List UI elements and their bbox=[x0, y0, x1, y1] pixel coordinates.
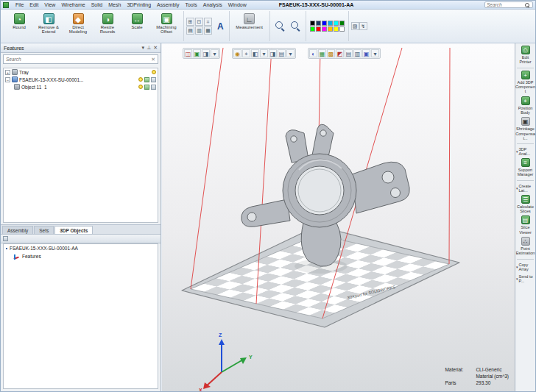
tree-item-object[interactable]: Object 11_1 bbox=[4, 83, 158, 90]
color-swatch[interactable] bbox=[334, 26, 339, 32]
lock-state-icon[interactable] bbox=[151, 85, 156, 90]
filter-icon[interactable] bbox=[3, 236, 8, 241]
expand-icon[interactable]: + bbox=[5, 70, 10, 75]
tab-sets[interactable]: Sets bbox=[34, 226, 54, 234]
global-search-box[interactable] bbox=[484, 1, 533, 8]
chevron-down-icon[interactable]: ▾ bbox=[371, 49, 379, 57]
mesh-display-icon[interactable]: ▦ bbox=[204, 26, 212, 35]
menu-3dprinting[interactable]: 3DPrinting bbox=[124, 2, 154, 7]
tree-item-part[interactable]: − FSAEUK-15-XXX-SU-00001... bbox=[4, 76, 158, 83]
select-mode-icon[interactable]: ▣ bbox=[193, 49, 201, 57]
paint-icon[interactable]: ▨ bbox=[351, 22, 359, 30]
viewport-3d[interactable]: 3DXpert for SOLIDWORKS bbox=[162, 43, 516, 391]
menu-mesh[interactable]: Mesh bbox=[105, 2, 124, 7]
object-features-item[interactable]: Features bbox=[4, 252, 158, 260]
note-icon[interactable]: ⊡ bbox=[195, 18, 203, 26]
panel-menu-icon[interactable]: ▾ bbox=[142, 45, 145, 51]
sidebar-item-position-body[interactable]: ⌖ Position Body bbox=[515, 96, 535, 117]
object-root-item[interactable]: FSAEUK-15-XXX-SU-00001-AA bbox=[4, 244, 158, 252]
target-icon[interactable]: ⌖ bbox=[242, 49, 250, 57]
menu-wireframe[interactable]: Wireframe bbox=[58, 2, 88, 7]
tab-assembly[interactable]: Assembly bbox=[2, 226, 33, 234]
remove-extend-button[interactable]: ◧ Remove & Extend bbox=[34, 12, 63, 41]
sidebar-group-copy-array[interactable]: Copy Array bbox=[515, 261, 535, 273]
tree-item-tray[interactable]: + Tray bbox=[4, 68, 158, 76]
display-mode-icon[interactable] bbox=[144, 85, 149, 90]
chevron-down-icon[interactable]: ▾ bbox=[211, 49, 219, 57]
color-swatch[interactable] bbox=[316, 21, 321, 26]
scale-button[interactable]: ↔ Scale bbox=[122, 12, 152, 41]
zoom-in-icon[interactable] bbox=[274, 20, 286, 32]
arrow-tool-icon[interactable]: ↯ bbox=[359, 22, 367, 30]
menu-file[interactable]: File bbox=[13, 2, 27, 7]
select-box-icon[interactable]: ◨ bbox=[202, 49, 210, 57]
edges-toggle-icon[interactable]: ▥ bbox=[353, 49, 362, 57]
features-search-input[interactable] bbox=[6, 57, 151, 62]
resize-rounds-button[interactable]: ◑ Resize Rounds bbox=[93, 12, 122, 41]
shade-mode-icon[interactable]: ◧ bbox=[251, 49, 259, 57]
menu-edit[interactable]: Edit bbox=[27, 2, 41, 7]
machining-offset-button[interactable]: ▣ Machining Offset bbox=[152, 12, 181, 41]
sidebar-item-support-manager[interactable]: ≡ Support Manager bbox=[515, 157, 535, 179]
color-swatch[interactable] bbox=[322, 26, 327, 32]
zoom-window-icon[interactable] bbox=[289, 20, 302, 32]
dimension-icon[interactable]: ⊞ bbox=[186, 18, 194, 26]
menu-view[interactable]: View bbox=[41, 2, 58, 7]
sidebar-group-create-lattice[interactable]: Create Lat... bbox=[515, 182, 535, 194]
section-view-icon[interactable]: ▤ bbox=[278, 49, 286, 57]
hatch-icon[interactable]: ▤ bbox=[186, 26, 194, 35]
shadow-toggle-icon[interactable]: ◩ bbox=[336, 49, 344, 57]
menu-assembly[interactable]: Assembly bbox=[154, 2, 182, 7]
close-icon[interactable]: ✕ bbox=[153, 45, 158, 51]
sidebar-item-calculate-slices[interactable]: ☰ Calculate Slices bbox=[515, 194, 535, 215]
tab-3dp-objects[interactable]: 3DP Objects bbox=[54, 226, 93, 234]
sidebar-item-add-3dp-component[interactable]: + Add 3DP Component bbox=[515, 70, 535, 96]
display-mode-icon[interactable] bbox=[144, 77, 149, 82]
grid-icon[interactable]: ⌗ bbox=[204, 18, 212, 26]
menu-window[interactable]: Window bbox=[225, 2, 250, 7]
pick-filter-icon[interactable]: ◫ bbox=[184, 49, 192, 57]
color-swatch[interactable] bbox=[316, 26, 321, 32]
sidebar-item-point-estimation[interactable]: ∴ Point Estimation bbox=[515, 236, 535, 257]
direct-modeling-button[interactable]: ◆ Direct Modeling bbox=[63, 12, 93, 41]
section-icon[interactable]: ▥ bbox=[195, 26, 203, 35]
color-swatch[interactable] bbox=[310, 21, 315, 26]
pin-icon[interactable]: ⊥ bbox=[147, 45, 151, 51]
sidebar-group-3dp-analysis[interactable]: 3DP Anal... bbox=[515, 146, 535, 157]
lock-state-icon[interactable] bbox=[151, 77, 156, 82]
collapse-icon[interactable]: − bbox=[5, 77, 10, 82]
sidebar-item-edit-printer[interactable]: ⎙ Edit Printer bbox=[515, 45, 535, 66]
menu-tools[interactable]: Tools bbox=[182, 2, 200, 7]
wireframe-mode-icon[interactable]: ◨ bbox=[269, 49, 277, 57]
color-swatch[interactable] bbox=[322, 21, 327, 26]
color-swatch[interactable] bbox=[328, 26, 333, 32]
global-search-input[interactable] bbox=[487, 2, 525, 7]
visibility-bulb-icon[interactable] bbox=[152, 70, 156, 74]
round-button[interactable]: ◔ Round bbox=[4, 12, 34, 41]
render-style-icon[interactable]: ▩ bbox=[327, 49, 335, 57]
clear-search-icon[interactable]: ✕ bbox=[151, 57, 155, 63]
sidebar-item-shrinkage[interactable]: ▣ Shrinkage Compensat... bbox=[515, 116, 535, 142]
sidebar-item-slice-viewer[interactable]: ▤ Slice Viewer bbox=[515, 215, 535, 236]
color-swatch[interactable] bbox=[328, 21, 333, 26]
camera-icon[interactable]: ▣ bbox=[362, 49, 370, 57]
view-orientation-icon[interactable]: ◐ bbox=[309, 49, 317, 57]
color-swatch[interactable] bbox=[334, 21, 339, 26]
sidebar-group-send-to-print[interactable]: Send to P... bbox=[515, 273, 535, 285]
color-swatch[interactable] bbox=[339, 26, 345, 32]
features-search-box[interactable]: ✕ bbox=[3, 54, 158, 64]
visibility-bulb-icon[interactable] bbox=[138, 77, 143, 82]
text-tool-button[interactable]: A bbox=[217, 21, 224, 32]
visibility-bulb-icon[interactable] bbox=[138, 85, 143, 89]
menu-analysis[interactable]: Analysis bbox=[200, 2, 225, 7]
measurement-button[interactable]: ∟ Measurement bbox=[232, 12, 267, 41]
menu-solid[interactable]: Solid bbox=[88, 2, 106, 7]
chevron-down-icon[interactable]: ▾ bbox=[260, 49, 268, 57]
chevron-down-icon[interactable]: ▾ bbox=[286, 49, 295, 57]
texture-toggle-icon[interactable]: ▤ bbox=[345, 49, 353, 57]
grid-toggle-icon[interactable]: ▦ bbox=[318, 49, 326, 57]
color-swatch[interactable] bbox=[310, 26, 315, 32]
light-icon[interactable]: ◉ bbox=[233, 49, 241, 57]
app-logo-icon[interactable] bbox=[3, 2, 9, 8]
color-swatch[interactable] bbox=[339, 21, 345, 26]
